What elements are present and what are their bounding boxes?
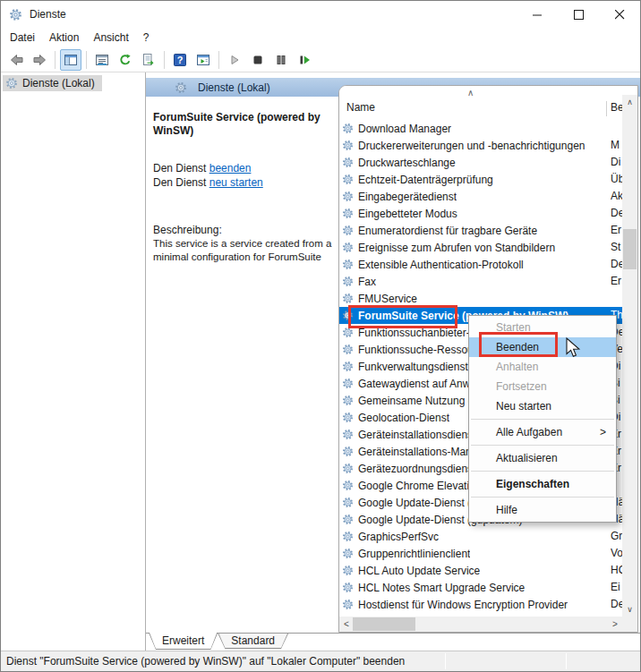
description-label: Beschreibung: (153, 224, 333, 237)
service-description: Vo (611, 547, 622, 559)
service-name: Gerätezuordnungsdienst (358, 463, 475, 475)
service-row[interactable]: Download Manager (339, 120, 622, 137)
menu-item-hilfe[interactable]: Hilfe (469, 500, 616, 520)
close-icon (615, 10, 625, 20)
menu-aktion[interactable]: Aktion (42, 30, 86, 46)
service-gear-icon (342, 225, 355, 236)
menu-item-alle-aufgaben[interactable]: Alle Aufgaben> (469, 422, 616, 442)
service-description: De (611, 207, 622, 219)
service-name: Echtzeit-Datenträgerprüfung (358, 174, 493, 186)
menu-separator (471, 497, 614, 498)
help-button[interactable]: ? (169, 49, 191, 71)
service-name: FMUService (358, 293, 417, 305)
minimize-button[interactable] (517, 1, 558, 28)
maximize-button[interactable] (558, 1, 599, 28)
service-name: Gruppenrichtlinienclient (358, 548, 470, 560)
service-gear-icon (342, 565, 355, 576)
status-text: Dienst "ForumSuite Service (powered by W… (6, 655, 405, 668)
service-row[interactable]: Extensible Authentication-ProtokollDe (339, 256, 622, 273)
vertical-scrollbar[interactable]: ∧ ∨ (622, 95, 637, 617)
service-description: Er (611, 275, 622, 287)
service-row[interactable]: Druckererweiterungen und -benachrichtigu… (339, 137, 622, 154)
tab-standard[interactable]: Standard (218, 634, 288, 649)
service-row[interactable]: Hostdienst für Windows Encryption Provid… (339, 596, 622, 613)
service-description: Üb (611, 173, 622, 185)
service-name: Ereignisse zum Abrufen von Standbildern (358, 242, 555, 254)
service-row[interactable]: HCL Auto Update ServiceHC (339, 562, 622, 579)
toolbar-separator (164, 51, 165, 69)
service-gear-icon (342, 276, 355, 287)
start-service-button[interactable] (224, 49, 245, 71)
menu-item-eigenschaften[interactable]: Eigenschaften (469, 474, 616, 494)
menu-item-label: Aktualisieren (496, 452, 558, 464)
service-row[interactable]: FaxEr (339, 273, 622, 290)
forward-button[interactable] (29, 49, 50, 71)
service-row[interactable]: EingabegerätedienstAk (339, 188, 622, 205)
stop-service-link[interactable]: beenden (209, 162, 252, 174)
menu-item-anhalten[interactable]: Anhalten (469, 357, 616, 377)
service-gear-icon (342, 378, 355, 389)
refresh-button[interactable] (115, 49, 136, 71)
services-window: Dienste Datei Aktion Ansicht ? ? (0, 0, 641, 672)
service-gear-icon (342, 463, 355, 474)
horizontal-scrollbar[interactable]: < > (339, 617, 622, 632)
service-row[interactable]: Ereignisse zum Abrufen von StandbildernS… (339, 239, 622, 256)
properties-button[interactable] (91, 49, 113, 71)
vertical-scrollbar-thumb[interactable] (623, 229, 637, 269)
submenu-arrow-icon: > (600, 422, 606, 442)
menu-datei[interactable]: Datei (3, 30, 42, 46)
scroll-up-icon[interactable]: ∧ (622, 95, 637, 109)
restart-service-button[interactable] (294, 49, 315, 71)
stop-service-button[interactable] (247, 49, 269, 71)
pane-header-title: Dienste (Lokal) (198, 81, 270, 94)
service-gear-icon (342, 446, 355, 457)
service-gear-icon (342, 497, 355, 508)
service-row[interactable]: DruckwarteschlangeDi (339, 154, 622, 171)
svg-text:?: ? (177, 55, 184, 65)
column-header-name[interactable]: Name (346, 101, 375, 114)
toolbar-separator (86, 51, 87, 69)
service-row[interactable]: GraphicsPerfSvcGr (339, 528, 622, 545)
service-name: HCL Auto Update Service (358, 565, 480, 577)
pause-service-icon (274, 53, 288, 67)
menu-item-neu-starten[interactable]: Neu starten (469, 396, 616, 416)
scroll-down-icon[interactable]: ∨ (622, 602, 637, 617)
restart-service-link[interactable]: neu starten (209, 176, 263, 189)
service-gear-icon (342, 395, 355, 406)
menu-hilfe[interactable]: ? (136, 30, 157, 46)
service-gear-icon (342, 208, 355, 219)
service-gear-icon (342, 514, 355, 525)
scroll-right-icon[interactable]: > (608, 617, 622, 632)
tab-erweitert[interactable]: Erweitert (149, 633, 218, 650)
menu-item-fortsetzen[interactable]: Fortsetzen (469, 377, 616, 396)
window-title: Dienste (30, 8, 66, 21)
show-standard-tab-button[interactable] (192, 49, 214, 71)
pause-service-button[interactable] (270, 49, 292, 71)
stop-service-row: Den Dienst beenden (153, 162, 333, 176)
scroll-left-icon[interactable]: < (339, 617, 354, 632)
service-row[interactable]: Echtzeit-DatenträgerprüfungÜb (339, 171, 622, 188)
service-row[interactable]: Eingebetteter ModusDe (339, 205, 622, 222)
view-tab-strip: Erweitert Standard (146, 633, 640, 651)
column-divider[interactable] (606, 101, 607, 116)
service-row[interactable]: GruppenrichtlinienclientVo (339, 545, 622, 562)
service-gear-icon (342, 140, 355, 151)
service-row[interactable]: Enumeratordienst für tragbare GeräteEr (339, 222, 622, 239)
export-list-button[interactable] (138, 49, 159, 71)
menu-ansicht[interactable]: Ansicht (86, 30, 135, 46)
menu-item-label: Hilfe (496, 504, 517, 516)
service-row[interactable]: HCL Notes Smart Upgrade ServiceEi (339, 579, 622, 596)
menu-item-label: Alle Aufgaben (496, 426, 562, 438)
menu-item-aktualisieren[interactable]: Aktualisieren (469, 448, 616, 468)
close-button[interactable] (599, 1, 640, 28)
horizontal-scrollbar-thumb[interactable] (353, 617, 415, 631)
stop-service-icon (251, 53, 265, 67)
service-gear-icon (342, 412, 355, 423)
forward-icon (32, 53, 47, 67)
service-description: Ei (611, 581, 622, 593)
sidebar-item-dienste-lokal[interactable]: Dienste (Lokal) (3, 75, 102, 91)
back-button[interactable] (5, 49, 27, 71)
show-console-tree-button[interactable] (60, 49, 81, 71)
service-gear-icon (342, 599, 355, 610)
menu-item-label: Eigenschaften (496, 478, 569, 490)
